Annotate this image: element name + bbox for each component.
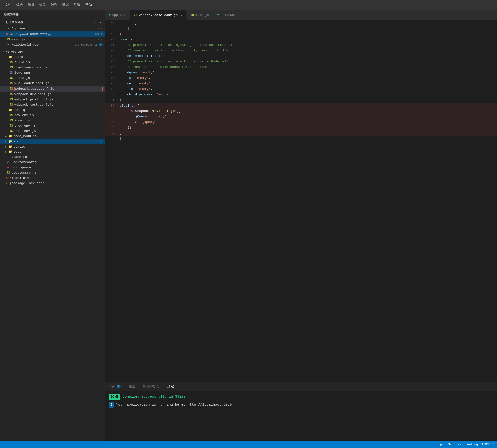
menu-help[interactable]: 帮助 — [83, 3, 94, 7]
file-name: webpack.base.conf.js — [14, 32, 93, 36]
folder-build[interactable]: ▾ 📁 build — [0, 54, 105, 60]
panel-tab-label: 问题 — [109, 384, 115, 389]
file-name: test.env.js — [14, 129, 103, 133]
file-build-js[interactable]: JS build.js — [0, 60, 105, 65]
tab-close-button[interactable]: ✕ — [180, 13, 182, 17]
file-name: webpack.test.conf.js — [14, 103, 103, 107]
panel-tab-debug[interactable]: 调试控制台 — [139, 382, 163, 391]
menu-bar: 文件 编辑 选择 查看 转到 调试 终端 帮助 — [0, 0, 497, 10]
line-number: 78 — [105, 81, 117, 86]
file-name: prod.env.js — [14, 124, 103, 128]
file-postcssrc[interactable]: JS .postcssrc.js — [0, 170, 105, 175]
menu-file[interactable]: 文件 — [2, 3, 14, 7]
line-number: 77 — [105, 75, 117, 81]
open-file-helloworld[interactable]: ▼ HelloWorld.vue src\components 1 — [0, 42, 105, 47]
line-code: ] — [118, 130, 497, 136]
file-name: webpack.dev.conf.js — [14, 92, 103, 96]
file-name: main.js — [11, 38, 96, 41]
panel-tab-problems[interactable]: 问题 1 — [105, 382, 125, 391]
menu-select[interactable]: 选择 — [25, 3, 37, 7]
folder-name: src — [13, 140, 100, 143]
menu-edit[interactable]: 编辑 — [14, 3, 25, 7]
line-code: // prevent webpack from injecting mocks … — [117, 59, 497, 64]
file-editorconfig[interactable]: ⚙ .editorconfig — [0, 160, 105, 165]
line-number: 74 — [105, 59, 117, 64]
file-prod-env[interactable]: JS prod.env.js — [0, 123, 105, 128]
file-logo-png[interactable]: 🖼 logo.png — [0, 70, 105, 75]
file-babelrc[interactable]: ⚡ .babelrc — [0, 154, 105, 160]
panel-tab-bar: 问题 1 输出 调试控制台 终端 — [105, 382, 497, 391]
file-vue-loader[interactable]: JS vue-loader.conf.js — [0, 81, 105, 86]
open-editors-header[interactable]: ▾ 打开的编辑器 ⎘ ✕ — [0, 19, 105, 26]
code-line: 71 // prevent webpack from injecting use… — [105, 42, 497, 48]
code-line: 88} — [105, 136, 497, 141]
folder-static[interactable]: ▶ 📁 static — [0, 144, 105, 149]
line-code: ] — [117, 26, 497, 31]
open-editors-arrow: ▾ — [2, 21, 6, 24]
terminal-content: DONE Compiled successfully in 392ms I Yo… — [105, 391, 497, 441]
js-icon: JS — [9, 76, 13, 80]
file-name: webpack.prod.conf.js — [14, 98, 103, 101]
open-file-main-js[interactable]: JS main.js src — [0, 37, 105, 42]
main-layout: 资源管理器 ▾ 打开的编辑器 ⎘ ✕ ▼ App.vue src ✕ JS we… — [0, 10, 497, 441]
js-icon: JS — [9, 61, 13, 64]
panel-tab-output[interactable]: 输出 — [125, 382, 139, 391]
folder-config[interactable]: ▾ 📁 config — [0, 107, 105, 113]
file-index-html[interactable]: </> index.html — [0, 175, 105, 181]
menu-goto[interactable]: 转到 — [48, 3, 60, 7]
line-number: 83 — [105, 108, 118, 114]
file-webpack-prod[interactable]: JS webpack.prod.conf.js — [0, 97, 105, 102]
file-webpack-test[interactable]: JS webpack.test.conf.js — [0, 102, 105, 107]
folder-node-modules[interactable]: ▶ 📁 node_modules — [0, 134, 105, 139]
file-dev-env[interactable]: JS dev.env.js — [0, 113, 105, 118]
menu-terminal[interactable]: 终端 — [71, 3, 83, 7]
tab-helloworld[interactable]: ▼ HelloWor... — [213, 10, 246, 20]
folder-name: test — [13, 150, 103, 154]
code-line: 78 net: 'empty', — [105, 81, 497, 86]
file-check-versions[interactable]: JS check-versions.js — [0, 65, 105, 70]
panel-tab-terminal[interactable]: 终端 — [163, 382, 178, 391]
folder-src[interactable]: ▶ 📁 src — [0, 139, 105, 144]
tab-main-js[interactable]: JS main.js — [187, 10, 213, 20]
line-number: 71 — [105, 42, 117, 48]
tab-webpack-base[interactable]: JS webpack.base.conf.js ✕ — [130, 10, 187, 20]
tab-app-vue[interactable]: ▼ App.vue — [105, 10, 130, 20]
code-line: 73 setImmediate: false, — [105, 53, 497, 59]
terminal-info-msg: Your application is running here: http:/… — [116, 402, 232, 407]
file-utils-js[interactable]: JS utils.js — [0, 75, 105, 81]
file-test-env[interactable]: JS test.env.js — [0, 128, 105, 134]
code-line: 72 // source contains it (although only … — [105, 48, 497, 53]
code-line: 87] — [105, 130, 497, 136]
js-icon: JS — [9, 98, 13, 101]
tab-bar: ▼ App.vue JS webpack.base.conf.js ✕ JS m… — [105, 10, 497, 20]
file-webpack-dev[interactable]: JS webpack.dev.conf.js — [0, 92, 105, 97]
terminal-done-line: DONE Compiled successfully in 392ms — [109, 394, 493, 400]
project-header[interactable]: ▾ MY-VUE-APP — [0, 49, 105, 54]
line-code: jQuery: 'jquery', — [118, 114, 497, 119]
js-icon: JS — [9, 114, 13, 117]
code-editor[interactable]: 67 }68 ]69},70node: {71 // prevent webpa… — [105, 20, 497, 382]
save-all-icon[interactable]: ⎘ — [93, 20, 97, 25]
menu-view[interactable]: 查看 — [37, 3, 48, 7]
menu-debug[interactable]: 调试 — [60, 3, 71, 7]
folder-icon: 📁 — [8, 145, 12, 149]
folder-test[interactable]: ▶ 📁 test — [0, 149, 105, 154]
file-index-js[interactable]: JS index.js — [0, 118, 105, 123]
line-number: 86 — [105, 125, 118, 130]
vue-icon: ▼ — [6, 43, 10, 47]
open-file-webpack-base[interactable]: ✕ JS webpack.base.conf.js build — [0, 31, 105, 37]
close-icon[interactable]: ✕ — [6, 32, 8, 36]
line-number: 76 — [105, 70, 117, 75]
open-file-app-vue[interactable]: ▼ App.vue src — [0, 26, 105, 31]
json-icon: { } — [6, 182, 10, 185]
line-number: 72 — [105, 48, 117, 53]
file-webpack-base[interactable]: JS webpack.base.conf.js — [0, 86, 105, 92]
file-package-lock[interactable]: { } package-lock.json — [0, 181, 105, 186]
file-gitignore[interactable]: ◈ .gitignore — [0, 165, 105, 170]
status-url: https://blog.csdn.net/qq_41703637 — [435, 443, 494, 446]
line-number: 87 — [105, 130, 118, 136]
js-icon: JS — [9, 66, 13, 69]
line-code: }, — [117, 31, 497, 37]
close-all-icon[interactable]: ✕ — [99, 20, 103, 25]
code-line: 89 — [105, 141, 497, 147]
